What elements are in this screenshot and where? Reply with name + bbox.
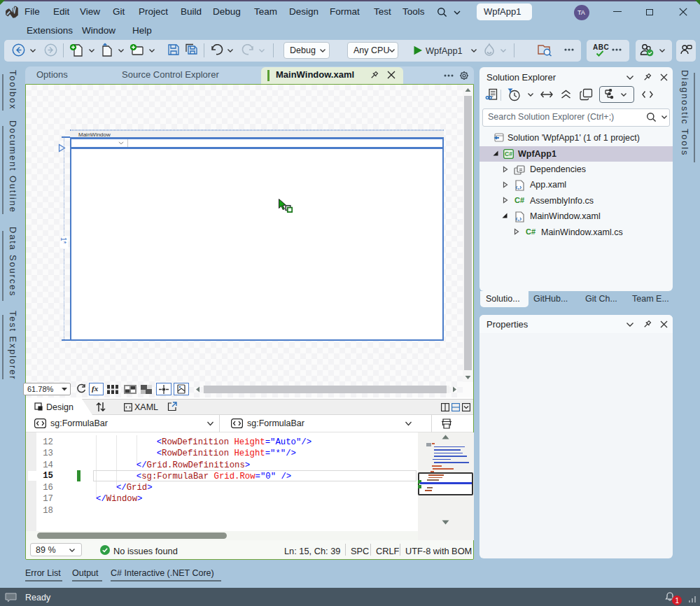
svg-text:C#: C# — [505, 150, 512, 157]
